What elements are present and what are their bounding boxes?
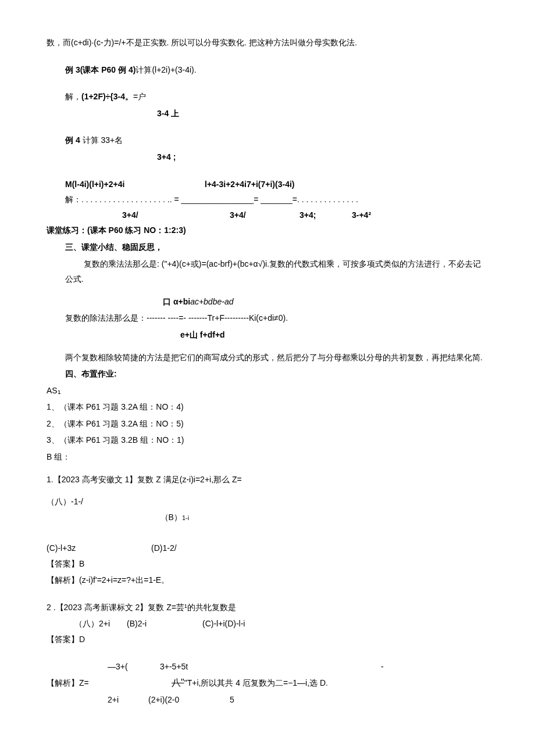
para-1: 数，而(c+di)·(c-力)=/+不是正实数. 所以可以分母实数化. 把这种方… xyxy=(47,35,488,51)
solution-tail: =户 xyxy=(133,92,146,101)
r1-c2: 3+-5+5t xyxy=(160,659,218,675)
q1-opt-a: （八）-1-/ xyxy=(47,494,151,510)
group-b: B 组： xyxy=(47,449,488,465)
example-3-solution: 解，(1+2F)÷{3-4。=户 xyxy=(47,89,488,105)
q1: 1.【2023 高考安徽文 1】复数 Z 满足(z-i)i=2+i,那么 Z= xyxy=(47,472,488,488)
example-3-text: 计算(l+2i)+(3-4i). xyxy=(135,65,196,74)
example-4-label: 例 4 xyxy=(65,135,83,145)
q2-explain-row3: 2+i (2+i)(2-0 5 xyxy=(47,692,488,708)
r2-c2: 八" xyxy=(172,674,184,691)
hw-1: 1、（课本 P61 习题 3.2A 组：NO：4) xyxy=(47,399,488,415)
row2-dots: . . . . . . . . . . . . . . . . . . . . xyxy=(81,192,170,207)
example-4-expr: 3+4 ; xyxy=(47,149,488,165)
hw-3: 3、（课本 P61 习题 3.2B 组：NO：1) xyxy=(47,432,488,448)
r2-c1: 【解析】Z= xyxy=(47,675,108,691)
row3-c3: 3+4; xyxy=(299,207,334,223)
formula-alpha-italic: ac+bdbe-ad xyxy=(190,297,233,306)
r3-c3: 5 xyxy=(230,692,234,708)
example-3-line2: 3-4 上 xyxy=(47,106,488,121)
row2-label: 解： xyxy=(65,192,81,207)
example-4-row2: 解： . . . . . . . . . . . . . . . . . . .… xyxy=(47,192,488,207)
section-4-title: 四、布置作业: xyxy=(47,366,488,382)
as1: AS₁ xyxy=(47,383,488,399)
q2: 2 .【2023 高考新课标文 2】复数 Z=芸¹的共牝复数是 xyxy=(47,600,488,615)
example-3-label: 例 3(课本 P60 例 4) xyxy=(65,65,135,74)
r3-c1: 2+i xyxy=(108,692,142,708)
r3-c2: (2+i)(2-0 xyxy=(148,692,201,708)
r1-c1: —3+( xyxy=(108,659,160,675)
example-4-row3: 3+4/ 3+4/ 3+4; 3-+4² xyxy=(47,207,488,223)
solution-expr: (1+2F)÷{3-4。 xyxy=(81,92,133,101)
hw-2: 2、（课本 P61 习题 3.2A 组：NO：5) xyxy=(47,416,488,432)
row2-eq: . = ________________= _______= xyxy=(170,192,297,207)
row2-dots2: . . . . . . . . . . . . . . xyxy=(297,192,358,207)
division-rule: 复数的除法法那么是：------- ----=- -------Tr+F----… xyxy=(47,310,488,326)
q1-explain: 【解析】(z-i)f'=2+i=z=?+出=1-E。 xyxy=(47,572,488,588)
q2-answer: 【答案】D xyxy=(47,632,488,647)
class-exercise: 课堂练习：(课本 P60 练习 NO：1:2:3) xyxy=(47,223,488,238)
row3-c2: 3+4/ xyxy=(230,207,276,223)
example-4-row1: M(l-4i)(l+i)+2+4i l+4-3i+2+4i7+i(7+i)(3-… xyxy=(47,177,488,192)
q2-opt-cd: (C)-l+i(D)-l-i xyxy=(202,616,245,632)
q1-opt-b-wrap: （B）1-i xyxy=(151,494,189,540)
division-note: 两个复数相除较简捷的方法是把它们的商写成分式的形式，然后把分了与分母都乘以分母的… xyxy=(47,350,488,366)
q1-answer: 【答案】B xyxy=(47,556,488,572)
example-4-title: 例 4 计算 33+名 xyxy=(47,132,488,148)
formula-alpha: 口 α+biac+bdbe-ad xyxy=(47,294,488,310)
r2-c3: "T+i,所以其共 4 厄复数为二=−1—i,选 D. xyxy=(184,675,328,691)
q1-opt-b-val: 1-i xyxy=(182,514,189,521)
formula-denom: e+山 f+df+d xyxy=(47,327,488,343)
q2-explain-row2: 【解析】Z= 八" "T+i,所以其共 4 厄复数为二=−1—i,选 D. xyxy=(47,674,488,691)
formula-alpha-main: 口 α+bi xyxy=(163,297,190,306)
r1-c3: - xyxy=(381,659,384,675)
example-3-title: 例 3(课本 P60 例 4)计算(l+2i)+(3-4i). xyxy=(47,62,488,78)
q2-opt-a: （八）2+i xyxy=(74,616,127,632)
example-4-text: 计算 33+名 xyxy=(83,135,123,145)
section-3-title: 三、课堂小结、稳固反思， xyxy=(47,239,488,255)
q1-opt-c: (C)-l+3z xyxy=(47,540,151,556)
q1-opt-d: (D)1-2/ xyxy=(151,540,177,556)
division-label: 复数的除法法那么是： xyxy=(65,313,147,323)
q1-opt-b-label: （B） xyxy=(160,513,182,522)
q1-options-row2: (C)-l+3z (D)1-2/ xyxy=(47,540,488,556)
q2-opt-b: (B)2-i xyxy=(127,616,202,632)
q1-options-row1: （八）-1-/ （B）1-i xyxy=(47,494,488,540)
row3-c4: 3-+4² xyxy=(352,207,371,223)
row3-c1: 3+4/ xyxy=(122,207,180,223)
q2-options: （八）2+i (B)2-i (C)-l+i(D)-l-i xyxy=(47,616,488,632)
row1-col1: M(l-4i)(l+i)+2+4i xyxy=(65,177,181,192)
division-expr: ------- ----=- -------Tr+F---------Ki(c+… xyxy=(147,313,288,323)
multiplication-rule: 复数的乘法法那么是: ("+4)(c+或)=(ac-brf)+(bc+α√)i.… xyxy=(47,256,488,287)
row1-col2: l+4-3i+2+4i7+i(7+i)(3-4i) xyxy=(205,177,294,192)
q2-explain-row1: —3+( 3+-5+5t - xyxy=(47,659,488,675)
solution-label: 解， xyxy=(65,92,81,101)
